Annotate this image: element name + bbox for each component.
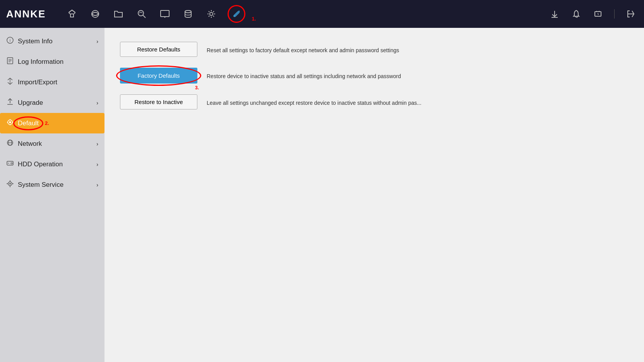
sidebar-item-system-info[interactable]: i System Info › [0, 31, 104, 51]
database-icon[interactable] [181, 7, 195, 21]
action-row-restore-inactive: Restore to Inactive Leave all settings u… [120, 94, 629, 109]
svg-rect-4 [161, 10, 169, 17]
wrench-badge: 1. [252, 16, 256, 22]
restore-inactive-desc: Leave all settings unchanged except rest… [207, 99, 629, 107]
content-area: Restore Defaults Reset all settings to f… [104, 28, 644, 362]
sidebar-item-network[interactable]: Network › [0, 133, 104, 154]
main-layout: i System Info › Log Information [0, 28, 644, 362]
hdd-icon [6, 159, 14, 169]
sidebar-item-default[interactable]: Default 2. [0, 113, 104, 133]
alarm-icon[interactable] [591, 7, 605, 21]
import-export-icon [6, 77, 14, 87]
chevron-icon: › [96, 182, 98, 188]
svg-line-3 [143, 15, 146, 18]
download-icon[interactable] [548, 7, 562, 21]
sidebar-item-hdd-operation[interactable]: HDD Operation › [0, 154, 104, 174]
analytics-icon[interactable] [135, 7, 149, 21]
system-info-icon: i [6, 36, 14, 46]
network-icon [6, 139, 14, 149]
svg-point-30 [11, 162, 12, 164]
sidebar-item-label: Default [18, 120, 39, 127]
liveview-icon[interactable] [88, 7, 102, 21]
sidebar-item-label: HDD Operation [18, 161, 63, 168]
log-information-icon [6, 57, 14, 67]
restore-inactive-button[interactable]: Restore to Inactive [120, 94, 197, 109]
action-row-factory-defaults: Factory Defaults 3. Restore device to in… [120, 68, 629, 84]
topnav: ANNKE [0, 0, 644, 28]
sidebar-item-system-service[interactable]: System Service › [0, 174, 104, 195]
sidebar-item-label: Import/Export [18, 79, 57, 86]
sidebar-item-label: Log Information [18, 58, 63, 66]
wrench-icon[interactable] [228, 5, 245, 23]
sidebar-item-label: Network [18, 140, 42, 148]
sidebar: i System Info › Log Information [0, 28, 104, 362]
restore-defaults-desc: Reset all settings to factory default ex… [207, 46, 629, 55]
topnav-right [548, 7, 638, 21]
back-icon[interactable] [65, 7, 79, 21]
default-badge: 2. [45, 120, 49, 126]
exit-icon[interactable] [624, 7, 638, 21]
sidebar-item-log-information[interactable]: Log Information [0, 51, 104, 72]
factory-defaults-badge: 3. [195, 85, 199, 90]
svg-point-1 [92, 10, 99, 17]
sidebar-item-label: System Info [18, 38, 53, 45]
sidebar-item-upgrade[interactable]: Upgrade › [0, 92, 104, 113]
svg-point-7 [185, 10, 191, 13]
svg-text:i: i [10, 38, 10, 43]
svg-point-33 [9, 183, 11, 184]
bell-icon[interactable] [569, 7, 583, 21]
monitor-icon[interactable] [158, 7, 172, 21]
action-row-restore-defaults: Restore Defaults Reset all settings to f… [120, 42, 629, 57]
app-logo: ANNKE [6, 8, 46, 20]
sidebar-item-label: System Service [18, 181, 63, 189]
system-service-icon [6, 180, 14, 190]
chevron-icon: › [96, 161, 98, 167]
sidebar-item-label: Upgrade [18, 99, 43, 107]
svg-rect-0 [70, 14, 74, 17]
chevron-icon: › [96, 38, 98, 44]
svg-point-25 [9, 121, 11, 123]
folder-icon[interactable] [111, 7, 125, 21]
default-icon [6, 118, 14, 128]
topnav-icons: 1. [65, 5, 540, 23]
sidebar-item-import-export[interactable]: Import/Export [0, 72, 104, 92]
restore-defaults-button[interactable]: Restore Defaults [120, 42, 197, 57]
factory-defaults-desc: Restore device to inactive status and al… [207, 72, 629, 80]
chevron-icon: › [96, 100, 98, 106]
factory-defaults-button[interactable]: Factory Defaults [120, 68, 197, 84]
factory-defaults-wrapper: Factory Defaults 3. [120, 68, 197, 84]
svg-point-8 [210, 12, 213, 15]
svg-point-2 [138, 10, 144, 16]
chevron-icon: › [96, 141, 98, 147]
settings-icon[interactable] [204, 7, 218, 21]
upgrade-icon [6, 98, 14, 108]
